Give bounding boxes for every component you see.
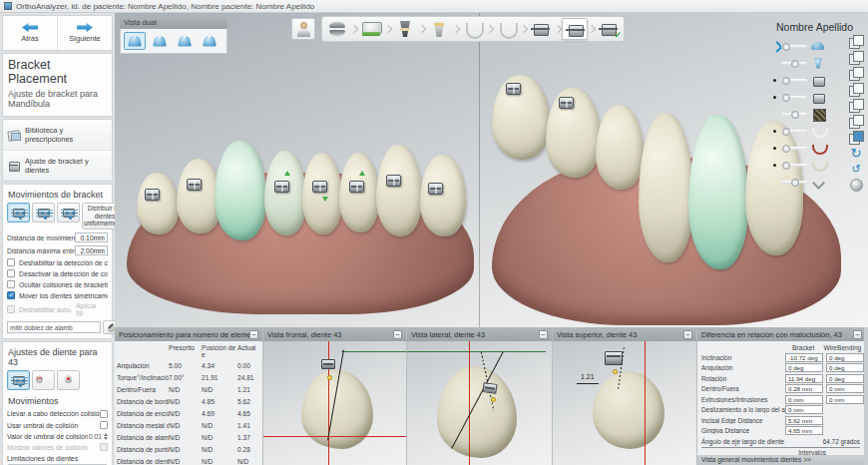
tooth-mesh[interactable]	[420, 155, 466, 236]
patient-icon[interactable]	[291, 18, 315, 40]
malocclusion-arch-layer-icon[interactable]	[810, 143, 825, 155]
arch-layer-icon[interactable]	[810, 126, 825, 138]
bracket-adjust-icon[interactable]	[562, 18, 588, 40]
value-field[interactable]: 4.65 mm	[785, 426, 823, 435]
value-field[interactable]: 0 mm	[826, 384, 864, 393]
tooth-prep-icon[interactable]	[392, 18, 418, 40]
opacity-slider[interactable]	[781, 79, 807, 82]
disable-collision-drag-checkbox[interactable]	[7, 258, 15, 266]
minimize-button[interactable]: –	[853, 330, 862, 339]
opacity-slider[interactable]	[781, 181, 807, 184]
superior-view-canvas[interactable]: 1.21	[553, 341, 696, 465]
rotate-view-icon[interactable]: ↻	[851, 147, 862, 160]
bracket-mesh[interactable]	[428, 183, 443, 195]
view-single-arch-button[interactable]	[199, 32, 220, 50]
bracket-mesh[interactable]	[349, 181, 364, 193]
copy-view-icon[interactable]	[849, 67, 863, 80]
minimize-button[interactable]: –	[393, 330, 402, 339]
opacity-slider[interactable]	[781, 45, 807, 48]
tooth-bracket-adjust-button[interactable]	[7, 370, 30, 390]
value-field[interactable]: 11.94 deg	[785, 374, 823, 383]
threshold-spinner[interactable]	[104, 433, 108, 440]
tooth-cut-button[interactable]	[32, 370, 55, 390]
opacity-slider[interactable]	[781, 164, 807, 167]
value-field[interactable]: 0 deg	[785, 363, 823, 372]
jaws-icon[interactable]	[324, 18, 350, 40]
menu-library[interactable]: Biblioteca y prescripciones	[3, 120, 112, 150]
back-button[interactable]: Atrás	[3, 16, 57, 50]
show-values-checkbox[interactable]	[100, 443, 108, 451]
value-field[interactable]: 0 mm	[785, 395, 823, 404]
view-dual-arch-button[interactable]	[124, 32, 146, 50]
threshold-value[interactable]: 0.01	[89, 433, 102, 440]
setup-arch-layer-icon[interactable]	[810, 160, 825, 172]
opacity-slider[interactable]	[781, 147, 807, 150]
lateral-view-canvas[interactable]	[407, 341, 552, 465]
bracket-glyph[interactable]	[321, 359, 335, 369]
opacity-slider[interactable]	[781, 113, 807, 116]
value-field[interactable]: 5.62 mm	[785, 416, 823, 425]
teeth-movements-overview-link[interactable]: Vista general movimientos dientes >>	[697, 455, 866, 465]
minimize-button[interactable]: –	[539, 330, 548, 339]
bracket-glyph[interactable]	[482, 382, 497, 394]
copy-view-icon[interactable]	[849, 99, 863, 112]
value-field[interactable]: 0 deg	[826, 374, 864, 383]
use-threshold-checkbox[interactable]	[100, 421, 108, 429]
texture-layer-icon[interactable]	[810, 109, 825, 121]
rotate-reset-icon[interactable]: ↺	[851, 163, 860, 176]
copy-view-icon[interactable]	[849, 35, 863, 48]
bracket-layer-icon[interactable]	[810, 92, 825, 104]
bracket-mesh[interactable]	[506, 83, 521, 95]
move-mode-3-button[interactable]	[57, 203, 80, 223]
bracket-glyph[interactable]	[605, 351, 623, 365]
collision-detect-checkbox[interactable]	[100, 410, 108, 418]
copy-view-icon[interactable]	[849, 51, 863, 64]
tooth-mesh[interactable]	[137, 173, 179, 234]
move-teeth-symmetrically-checkbox[interactable]	[7, 291, 15, 299]
value-field[interactable]: 0 deg	[826, 363, 864, 372]
tooth-mesh[interactable]	[639, 113, 693, 262]
apply-tip-button[interactable]: Aplicar tip	[76, 302, 108, 316]
tooth-43-highlighted[interactable]	[215, 141, 266, 240]
scan-icon[interactable]	[358, 18, 384, 40]
bracket-mesh[interactable]	[187, 179, 202, 191]
opacity-slider[interactable]	[781, 96, 807, 99]
opacity-slider[interactable]	[781, 130, 807, 133]
next-button[interactable]: Siguiente	[57, 16, 112, 50]
u-wire-icon[interactable]	[494, 18, 520, 40]
tooth-icon[interactable]	[426, 18, 452, 40]
bracket-mesh[interactable]	[559, 97, 574, 109]
tooth-mesh[interactable]	[302, 153, 342, 234]
max-distance-input[interactable]	[75, 245, 108, 255]
view-upper-arch-button[interactable]	[149, 32, 171, 50]
value-field[interactable]: 0.28 mm	[785, 384, 823, 393]
bracket-check-icon[interactable]: ✓	[596, 18, 622, 40]
wire-bend-input[interactable]	[7, 321, 101, 333]
bracket-mesh[interactable]	[386, 175, 401, 187]
bracket-layer-icon[interactable]	[810, 75, 825, 87]
bracket-mesh[interactable]	[274, 181, 289, 193]
bracket-mesh[interactable]	[145, 189, 160, 201]
value-field[interactable]: -10.72 deg	[785, 353, 823, 362]
value-field[interactable]: 0 mm	[785, 405, 823, 414]
move-distance-input[interactable]	[75, 232, 108, 242]
bracket-icon[interactable]	[528, 18, 554, 40]
archwire-icon[interactable]	[460, 18, 486, 40]
tooth-mesh[interactable]	[264, 151, 306, 235]
disable-gum-collision-checkbox[interactable]	[7, 269, 15, 277]
disable-auto-checkbox[interactable]	[7, 305, 15, 313]
3d-viewport[interactable]: Vista dual	[115, 13, 868, 327]
copy-view-icon[interactable]	[849, 83, 863, 96]
value-field[interactable]: 0 mm	[826, 395, 864, 404]
copy-view-icon[interactable]	[849, 115, 863, 128]
minimize-button[interactable]: –	[683, 330, 692, 339]
trackball-icon[interactable]	[850, 179, 863, 192]
view-lower-arch-button[interactable]	[174, 32, 196, 50]
opacity-slider[interactable]	[781, 62, 807, 65]
frontal-view-canvas[interactable]	[263, 341, 406, 465]
tooth-43-highlighted[interactable]	[688, 115, 748, 269]
arrow-down-icon[interactable]	[810, 177, 825, 189]
menu-adjust-bracket[interactable]: Ajuste de bracket y dientes	[3, 150, 112, 181]
screenshot-icon[interactable]	[849, 131, 863, 144]
tooth-mesh[interactable]	[596, 105, 644, 190]
